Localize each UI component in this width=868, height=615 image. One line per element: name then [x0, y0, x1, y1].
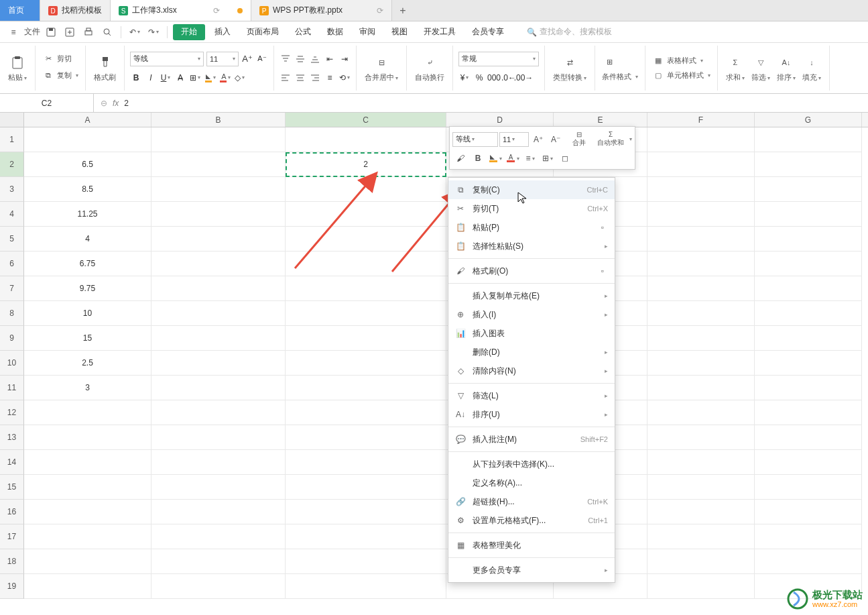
cell[interactable] [151, 152, 286, 177]
cell[interactable] [151, 251, 286, 276]
cell[interactable] [151, 524, 286, 549]
cell[interactable] [286, 376, 446, 400]
italic-icon[interactable]: I [145, 72, 157, 84]
context-menu-item[interactable]: 📊插入图表 [448, 324, 615, 343]
cell[interactable] [755, 251, 862, 276]
cond-format-button[interactable]: ⊞ [601, 54, 639, 69]
cell[interactable] [151, 301, 286, 326]
fill-button[interactable]: ↓填充▾ [800, 52, 824, 84]
merge-center-button[interactable]: ⊟ 合并居中▾ [362, 52, 401, 84]
cell[interactable] [24, 549, 151, 574]
cut-button[interactable]: ✂剪切 [41, 53, 80, 65]
cell[interactable] [755, 301, 862, 326]
menu-tab-insert[interactable]: 插入 [208, 21, 237, 43]
cell[interactable] [755, 475, 862, 500]
align-center-icon[interactable] [294, 72, 306, 84]
context-menu-item[interactable]: 定义名称(A)... [448, 473, 615, 492]
cell[interactable] [151, 549, 286, 574]
cell[interactable] [755, 326, 862, 351]
row-header[interactable]: 7 [0, 276, 24, 301]
cell[interactable] [24, 450, 151, 475]
column-header[interactable]: E [554, 113, 647, 127]
cell[interactable] [755, 500, 862, 524]
font-name-combo[interactable]: 等线▾ [130, 52, 204, 66]
cell[interactable] [755, 276, 862, 301]
cell[interactable] [24, 400, 151, 425]
cell[interactable] [286, 227, 446, 251]
cell[interactable] [647, 524, 755, 549]
cell[interactable] [286, 127, 446, 152]
mini-increase-font-icon[interactable]: A⁺ [530, 131, 546, 148]
table-style-button[interactable]: ▦表格样式▾ [651, 55, 712, 67]
paste-button[interactable]: 粘贴▾ [5, 52, 29, 84]
tab-ppt[interactable]: P WPS PPT教程.pptx ⟳ [251, 0, 392, 21]
context-menu-item[interactable]: ✂剪切(T)Ctrl+X [448, 199, 615, 218]
cell[interactable] [755, 227, 862, 251]
cell[interactable] [286, 574, 446, 599]
bold-icon[interactable]: B [130, 72, 142, 84]
row-header[interactable]: 17 [0, 524, 24, 549]
cell[interactable] [151, 227, 286, 251]
context-menu-item[interactable]: ⊕插入(I)▸ [448, 305, 615, 324]
align-bottom-icon[interactable] [309, 53, 321, 65]
undo-icon[interactable]: ↶▾ [127, 24, 143, 40]
indent-left-icon[interactable]: ⇤ [324, 53, 336, 65]
increase-font-icon[interactable]: A⁺ [241, 53, 253, 65]
cell[interactable] [755, 152, 862, 177]
mini-decrease-font-icon[interactable]: A⁻ [548, 131, 564, 148]
context-menu-item[interactable]: ◇清除内容(N)▸ [448, 361, 615, 380]
column-header[interactable]: A [24, 113, 151, 127]
cell[interactable] [24, 524, 151, 549]
print-preview-icon[interactable] [99, 24, 115, 40]
type-convert-button[interactable]: ⇄ 类型转换▾ [550, 52, 589, 84]
cell[interactable] [647, 301, 755, 326]
row-header[interactable]: 15 [0, 475, 24, 500]
context-menu-item[interactable]: 💬插入批注(M)Shift+F2 [448, 430, 615, 449]
context-menu-item[interactable]: ▦表格整理美化 [448, 536, 615, 555]
cell[interactable] [647, 450, 755, 475]
cell[interactable] [755, 376, 862, 400]
file-menu[interactable]: 文件 [24, 24, 40, 40]
cell[interactable] [151, 475, 286, 500]
mini-cell-lock-icon[interactable]: ◻ [557, 150, 573, 166]
formula-value[interactable]: 2 [124, 99, 129, 108]
cell[interactable]: 10 [24, 301, 151, 326]
select-all-corner[interactable] [0, 113, 24, 127]
increase-decimal-icon[interactable]: .0← [503, 72, 515, 84]
cell[interactable] [286, 549, 446, 574]
menu-tab-view[interactable]: 视图 [385, 21, 414, 43]
menu-tab-dev[interactable]: 开发工具 [417, 21, 462, 43]
cell[interactable] [151, 425, 286, 450]
home-tab[interactable]: 首页 [0, 0, 40, 21]
cell[interactable] [286, 425, 446, 450]
decrease-font-icon[interactable]: A⁻ [256, 53, 268, 65]
cell[interactable] [151, 574, 286, 599]
row-header[interactable]: 18 [0, 549, 24, 574]
menu-tab-start[interactable]: 开始 [173, 24, 205, 40]
save-as-icon[interactable] [62, 24, 78, 40]
cell[interactable] [647, 227, 755, 251]
cell[interactable]: 9.75 [24, 276, 151, 301]
cell[interactable]: 3 [24, 376, 151, 400]
context-menu-item[interactable]: 更多会员专享▸ [448, 561, 615, 579]
cell[interactable] [286, 475, 446, 500]
add-tab-button[interactable]: + [392, 0, 414, 21]
cell[interactable]: 2 [286, 152, 446, 177]
row-header[interactable]: 10 [0, 351, 24, 376]
cell[interactable] [151, 127, 286, 152]
cell[interactable] [24, 574, 151, 599]
mini-size-combo[interactable]: 11▾ [499, 132, 529, 147]
justify-icon[interactable]: ≡ [324, 72, 336, 84]
column-header[interactable]: B [151, 113, 286, 127]
decrease-decimal-icon[interactable]: .00→ [517, 72, 530, 84]
cell[interactable] [286, 326, 446, 351]
cell[interactable]: 8.5 [24, 177, 151, 202]
context-menu-item[interactable]: A↓排序(U)▸ [448, 405, 615, 424]
percent-icon[interactable]: % [473, 72, 485, 84]
mini-font-combo[interactable]: 等线▾ [452, 132, 498, 147]
cell[interactable] [151, 351, 286, 376]
cell[interactable] [755, 425, 862, 450]
cell[interactable] [647, 376, 755, 400]
cell[interactable]: 4 [24, 227, 151, 251]
context-menu-item[interactable]: 插入复制单元格(E)▸ [448, 286, 615, 305]
